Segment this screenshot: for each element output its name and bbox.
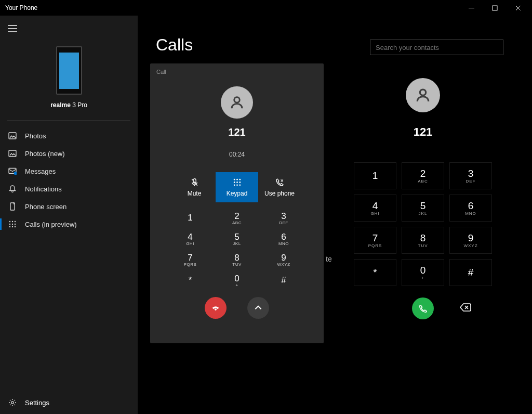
key-8[interactable]: 8TUV bbox=[214, 249, 260, 270]
key-4[interactable]: 4GHI bbox=[354, 195, 396, 222]
svg-rect-7 bbox=[9, 133, 16, 139]
backspace-icon bbox=[460, 303, 471, 312]
svg-point-12 bbox=[9, 221, 10, 222]
key-0[interactable]: 0+ bbox=[402, 259, 444, 286]
sidebar-item-label: Notifications bbox=[25, 185, 62, 193]
sidebar-item-label: Photos (new) bbox=[25, 150, 65, 158]
end-call-button[interactable] bbox=[205, 297, 227, 319]
key-3[interactable]: 3DEF bbox=[449, 162, 492, 189]
key-8[interactable]: 8TUV bbox=[402, 227, 444, 254]
phone-icon bbox=[418, 304, 428, 314]
sidebar-item-photos[interactable]: Photos bbox=[0, 127, 138, 145]
settings-button[interactable]: Settings bbox=[0, 391, 138, 414]
maximize-button[interactable] bbox=[483, 0, 507, 16]
mic-off-icon bbox=[190, 178, 199, 187]
svg-point-32 bbox=[236, 184, 238, 186]
page-title: Calls bbox=[156, 35, 193, 55]
dialer-avatar bbox=[406, 78, 440, 112]
sidebar: realme 3 Pro Photos Photos (new) Message… bbox=[0, 16, 138, 414]
main: Calls te Call 121 00:24 Mute Keypad Use bbox=[138, 16, 532, 414]
sidebar-item-phone-screen[interactable]: Phone screen bbox=[0, 198, 138, 215]
use-phone-label: Use phone bbox=[264, 190, 295, 197]
svg-point-29 bbox=[236, 182, 238, 183]
svg-point-14 bbox=[15, 221, 16, 222]
phone-frame-icon bbox=[56, 46, 82, 95]
call-timer: 00:24 bbox=[150, 151, 324, 158]
key-3[interactable]: 3DEF bbox=[260, 208, 307, 228]
sidebar-item-label: Messages bbox=[25, 167, 56, 175]
key-9[interactable]: 9WXYZ bbox=[449, 227, 492, 254]
key-6[interactable]: 6MNO bbox=[260, 228, 307, 249]
call-actions: Mute Keypad Use phone bbox=[150, 172, 324, 202]
mini-keypad: 12ABC3DEF4GHI5JKL6MNO7PQRS8TUV9WXYZ*0+# bbox=[167, 208, 307, 291]
backspace-button[interactable] bbox=[460, 303, 471, 314]
sidebar-item-label: Phone screen bbox=[25, 203, 66, 211]
svg-point-18 bbox=[9, 226, 10, 227]
key-4[interactable]: 4GHI bbox=[167, 228, 214, 249]
background-text: te bbox=[326, 255, 332, 263]
key-6[interactable]: 6MNO bbox=[449, 195, 492, 222]
close-button[interactable] bbox=[507, 0, 530, 16]
svg-point-10 bbox=[14, 172, 17, 175]
svg-point-21 bbox=[11, 402, 14, 404]
key-7[interactable]: 7PQRS bbox=[354, 227, 396, 254]
dialer-number: 121 bbox=[340, 125, 506, 139]
key-1[interactable]: 1 bbox=[354, 162, 396, 189]
keypad-label: Keypad bbox=[227, 190, 248, 197]
gear-icon bbox=[7, 398, 18, 407]
svg-point-22 bbox=[234, 97, 240, 103]
avatar bbox=[221, 86, 253, 119]
device-name: realme 3 Pro bbox=[50, 101, 87, 109]
keypad-button[interactable]: Keypad bbox=[216, 172, 258, 202]
sidebar-item-photos-new[interactable]: Photos (new) bbox=[0, 145, 138, 162]
svg-point-16 bbox=[12, 224, 13, 225]
key-2[interactable]: 2ABC bbox=[402, 162, 444, 189]
big-keypad: 12ABC3DEF4GHI5JKL6MNO7PQRS8TUV9WXYZ*0+# bbox=[340, 162, 506, 286]
sidebar-item-calls[interactable]: Calls (in preview) bbox=[0, 215, 138, 233]
key-*[interactable]: * bbox=[167, 270, 214, 291]
svg-point-13 bbox=[12, 221, 13, 222]
dial-actions bbox=[340, 297, 506, 319]
sidebar-item-label: Photos bbox=[25, 132, 46, 140]
hamburger-button[interactable] bbox=[0, 21, 138, 38]
nav: Photos Photos (new) Messages Notificatio… bbox=[0, 127, 138, 233]
mute-label: Mute bbox=[188, 190, 202, 197]
mute-button[interactable]: Mute bbox=[173, 172, 216, 202]
search-input[interactable] bbox=[370, 40, 503, 55]
key-0[interactable]: 0+ bbox=[214, 270, 260, 291]
use-phone-icon bbox=[275, 178, 284, 187]
sidebar-item-messages[interactable]: Messages bbox=[0, 162, 138, 180]
svg-point-27 bbox=[239, 178, 241, 180]
collapse-button[interactable] bbox=[247, 297, 269, 319]
key-7[interactable]: 7PQRS bbox=[167, 249, 214, 270]
minimize-button[interactable] bbox=[460, 0, 483, 16]
dial-button[interactable] bbox=[412, 297, 434, 319]
keypad-icon bbox=[233, 178, 242, 187]
key-2[interactable]: 2ABC bbox=[214, 208, 260, 228]
hangup-icon bbox=[211, 303, 220, 313]
key-#[interactable]: # bbox=[449, 259, 492, 286]
titlebar: Your Phone bbox=[0, 0, 532, 16]
settings-label: Settings bbox=[25, 399, 49, 407]
content: realme 3 Pro Photos Photos (new) Message… bbox=[0, 16, 532, 414]
use-phone-button[interactable]: Use phone bbox=[258, 172, 301, 202]
sidebar-item-notifications[interactable]: Notifications bbox=[0, 180, 138, 198]
key-*[interactable]: * bbox=[354, 259, 396, 286]
key-5[interactable]: 5JKL bbox=[214, 228, 260, 249]
messages-icon bbox=[7, 167, 18, 175]
svg-point-28 bbox=[233, 182, 235, 183]
end-row bbox=[150, 297, 324, 319]
svg-point-20 bbox=[15, 226, 16, 227]
key-5[interactable]: 5JKL bbox=[402, 195, 444, 222]
key-1[interactable]: 1 bbox=[167, 208, 214, 228]
svg-rect-11 bbox=[10, 203, 15, 210]
dialpad-icon bbox=[7, 220, 18, 228]
phone-screen-icon bbox=[7, 202, 18, 211]
key-#[interactable]: # bbox=[260, 270, 307, 291]
key-9[interactable]: 9WXYZ bbox=[260, 249, 307, 270]
svg-point-26 bbox=[236, 178, 238, 180]
sidebar-item-label: Calls (in preview) bbox=[25, 221, 77, 228]
svg-point-30 bbox=[239, 182, 241, 183]
call-label: Call bbox=[150, 63, 324, 75]
svg-rect-1 bbox=[493, 6, 497, 10]
